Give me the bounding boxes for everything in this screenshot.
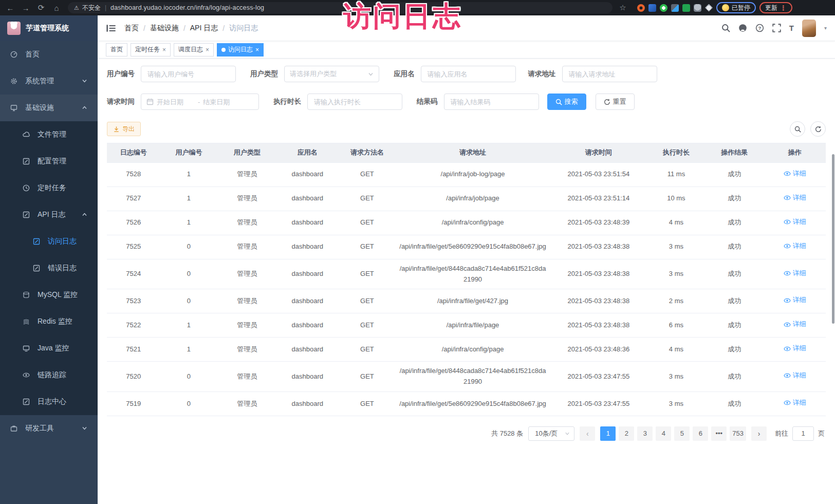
user-id-input[interactable] <box>141 66 236 82</box>
detail-link[interactable]: 详细 <box>784 193 806 203</box>
detail-link[interactable]: 详细 <box>784 295 806 306</box>
sidebar-item-access-log[interactable]: 访问日志 <box>0 228 98 255</box>
sidebar-item-java-monitor[interactable]: Java 监控 <box>0 335 98 362</box>
page-unit-label: 页 <box>818 429 825 438</box>
sidebar-collapse-icon[interactable] <box>106 23 116 33</box>
extension-icon[interactable] <box>660 4 667 12</box>
app-title: 芋道管理系统 <box>26 24 69 33</box>
profile-paused-badge[interactable]: 已暂停 <box>716 2 756 13</box>
export-button[interactable]: 导出 <box>107 122 141 136</box>
prev-page-button[interactable]: ‹ <box>580 426 595 441</box>
detail-link[interactable]: 详细 <box>784 343 806 354</box>
page-buttons: 1 2 3 4 5 6 ••• 753 <box>600 426 746 441</box>
col-request-time: 请求时间 <box>550 143 647 162</box>
close-icon[interactable]: × <box>255 46 259 53</box>
sidebar-item-error-log[interactable]: 错误日志 <box>0 255 98 282</box>
sidebar-item-file-management[interactable]: 文件管理 <box>0 121 98 148</box>
user-type-select[interactable]: 请选择用户类型 <box>284 66 379 82</box>
detail-link[interactable]: 详细 <box>784 169 806 179</box>
end-date-input[interactable] <box>203 98 241 106</box>
refresh-table-button[interactable] <box>810 121 826 137</box>
browser-home-icon[interactable]: ⌂ <box>50 2 63 13</box>
search-icon[interactable] <box>721 24 730 32</box>
sidebar-item-mysql-monitor[interactable]: MySQL 监控 <box>0 282 98 308</box>
font-size-icon[interactable]: T <box>789 24 794 32</box>
page-button[interactable]: 6 <box>693 426 708 441</box>
app-name-input[interactable] <box>421 66 516 82</box>
table-settings <box>790 121 826 137</box>
breadcrumb-infrastructure[interactable]: 基础设施 <box>150 24 179 33</box>
page-button[interactable]: 4 <box>656 426 671 441</box>
address-bar[interactable]: ⚠ 不安全 | dashboard.yudao.iocoder.cn/infra… <box>68 2 613 13</box>
sidebar-item-home[interactable]: 首页 <box>0 41 98 68</box>
detail-link[interactable]: 详细 <box>784 370 806 381</box>
next-page-button[interactable]: › <box>751 426 767 441</box>
toggle-search-button[interactable] <box>790 121 805 137</box>
page-scrollbar[interactable] <box>832 154 834 324</box>
sidebar-item-dev-tools[interactable]: 研发工具 <box>0 415 98 442</box>
reset-button[interactable]: 重置 <box>596 94 635 110</box>
tab[interactable]: 调度日志 × <box>174 43 214 57</box>
cell-duration: 4 ms <box>647 213 705 232</box>
sidebar-item-infrastructure[interactable]: 基础设施 <box>0 95 98 121</box>
detail-link[interactable]: 详细 <box>784 217 806 228</box>
page-button[interactable]: 753 <box>730 426 746 441</box>
sidebar-item-api-log[interactable]: API 日志 <box>0 201 98 228</box>
browser-forward-icon[interactable]: → <box>20 2 32 13</box>
detail-link[interactable]: 详细 <box>784 319 806 330</box>
clock-icon <box>23 184 30 192</box>
cell-user-id: 1 <box>160 165 218 184</box>
page-button[interactable]: 5 <box>674 426 690 441</box>
sidebar-item-config-management[interactable]: 配置管理 <box>0 148 98 175</box>
browser-menu-dots-icon[interactable]: ⋮ <box>780 4 787 12</box>
tab[interactable]: 首页 <box>106 43 127 57</box>
browser-update-button[interactable]: 更新 ⋮ <box>759 2 792 13</box>
chevron-up-icon <box>82 104 87 112</box>
help-icon[interactable] <box>755 24 764 32</box>
user-avatar[interactable] <box>802 20 816 37</box>
start-date-input[interactable] <box>157 98 195 106</box>
tab[interactable]: 定时任务 × <box>131 43 171 57</box>
page-button[interactable]: 2 <box>619 426 634 441</box>
bookmark-star-icon[interactable]: ☆ <box>617 2 629 13</box>
extension-icon[interactable] <box>648 4 656 12</box>
page-button[interactable]: ••• <box>711 426 727 441</box>
extension-icon[interactable] <box>637 4 645 12</box>
sidebar-item-system[interactable]: 系统管理 <box>0 68 98 95</box>
sidebar-item-redis-monitor[interactable]: Redis 监控 <box>0 308 98 335</box>
extensions-puzzle-icon[interactable] <box>705 4 713 12</box>
browser-back-icon[interactable]: ← <box>4 2 16 13</box>
url-text[interactable]: dashboard.yudao.iocoder.cn/infra/log/api… <box>110 4 264 11</box>
goto-page-input[interactable] <box>792 426 814 441</box>
page-button[interactable]: 1 <box>600 426 616 441</box>
security-label[interactable]: 不安全 <box>82 4 101 12</box>
request-time-range-picker[interactable]: - <box>141 94 259 110</box>
sidebar-item-scheduled-jobs[interactable]: 定时任务 <box>0 175 98 201</box>
fullscreen-icon[interactable] <box>772 24 781 32</box>
sidebar-item-trace[interactable]: 链路追踪 <box>0 362 98 388</box>
extension-icon[interactable] <box>671 4 679 12</box>
page-size-select[interactable]: 10条/页 <box>528 426 574 441</box>
chevron-down-icon[interactable]: ▾ <box>824 25 827 31</box>
cell-app-name: dashboard <box>276 265 338 284</box>
request-url-input[interactable] <box>562 66 657 82</box>
close-icon[interactable]: × <box>206 46 209 53</box>
detail-link[interactable]: 详细 <box>784 398 806 408</box>
tab[interactable]: 访问日志 × <box>217 43 264 57</box>
breadcrumb-home[interactable]: 首页 <box>124 24 139 33</box>
total-count: 共 7528 条 <box>491 429 523 438</box>
browser-reload-icon[interactable]: ⟳ <box>35 2 47 13</box>
extension-icon[interactable] <box>694 4 701 12</box>
close-icon[interactable]: × <box>162 46 166 53</box>
sidebar-item-log-center[interactable]: 日志中心 <box>0 388 98 415</box>
col-log-id: 日志编号 <box>107 143 160 162</box>
github-icon[interactable] <box>738 24 747 32</box>
page-button[interactable]: 3 <box>637 426 653 441</box>
extension-icon[interactable] <box>682 4 690 12</box>
detail-link[interactable]: 详细 <box>784 268 806 279</box>
detail-link[interactable]: 详细 <box>784 241 806 252</box>
search-button[interactable]: 搜索 <box>547 94 586 110</box>
breadcrumb-api-log[interactable]: API 日志 <box>190 24 218 33</box>
result-code-input[interactable] <box>444 94 539 110</box>
duration-input[interactable] <box>307 94 402 110</box>
